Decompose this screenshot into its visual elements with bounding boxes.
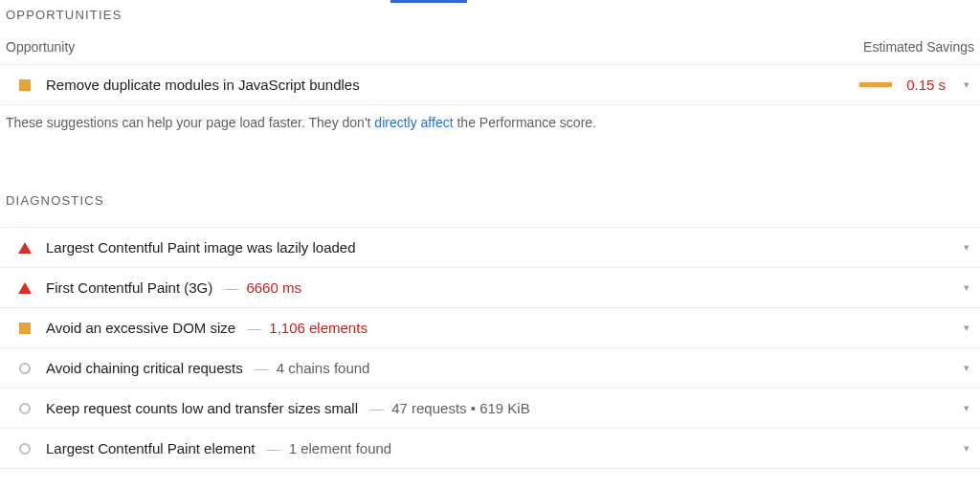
diagnostic-title: Avoid chaining critical requests: [46, 360, 243, 376]
diagnostic-title: Keep request counts low and transfer siz…: [46, 400, 358, 416]
opportunities-footnote: These suggestions can help your page loa…: [0, 105, 980, 130]
diagnostic-row[interactable]: Largest Contentful Paint element— 1 elem…: [0, 428, 980, 469]
diagnostic-title: Largest Contentful Paint element: [46, 440, 255, 456]
diagnostic-metric: — 1 element found: [260, 440, 391, 456]
diagnostic-row[interactable]: First Contentful Paint (3G)— 6660 ms▾: [0, 267, 980, 307]
col-opportunity-label: Opportunity: [6, 39, 75, 55]
savings-bar-icon: [859, 82, 892, 87]
footnote-prefix: These suggestions can help your page loa…: [6, 115, 374, 130]
opportunity-title: Remove duplicate modules in JavaScript b…: [46, 77, 360, 93]
circle-grey-icon: [15, 363, 34, 374]
triangle-red-icon: [15, 242, 34, 254]
diagnostic-row[interactable]: Avoid chaining critical requests— 4 chai…: [0, 347, 980, 388]
chevron-down-icon: ▾: [959, 78, 974, 91]
chevron-down-icon: ▾: [959, 281, 974, 294]
triangle-red-icon: [15, 282, 34, 294]
chevron-down-icon: ▾: [959, 402, 974, 414]
diagnostic-metric: — 1,106 elements: [241, 320, 368, 336]
opportunity-savings: 0.15 s: [903, 77, 946, 93]
diagnostic-title: Largest Contentful Paint image was lazil…: [46, 239, 356, 256]
chevron-down-icon: ▾: [959, 442, 974, 455]
diagnostic-row[interactable]: Largest Contentful Paint image was lazil…: [0, 227, 980, 267]
square-orange-icon: [15, 322, 34, 334]
diagnostic-title: Avoid an excessive DOM size: [46, 320, 235, 336]
diagnostic-title: First Contentful Paint (3G): [46, 279, 212, 296]
diagnostic-metric: — 4 chains found: [249, 360, 370, 376]
circle-grey-icon: [15, 443, 34, 455]
col-savings-label: Estimated Savings: [863, 39, 974, 55]
circle-grey-icon: [15, 403, 34, 414]
chevron-down-icon: ▾: [959, 362, 974, 374]
diagnostic-metric: — 6660 ms: [218, 279, 301, 296]
opportunities-heading: OPPORTUNITIES: [0, 0, 980, 28]
footnote-link[interactable]: directly affect: [374, 115, 453, 130]
diagnostic-metric: — 47 requests • 619 KiB: [364, 400, 530, 416]
square-orange-icon: [15, 79, 34, 91]
diagnostics-heading: DIAGNOSTICS: [0, 186, 980, 213]
footnote-suffix: the Performance score.: [454, 115, 596, 130]
diagnostic-row[interactable]: Avoid an excessive DOM size— 1,106 eleme…: [0, 307, 980, 347]
tab-indicator: [390, 0, 467, 3]
opportunities-table-header: Opportunity Estimated Savings: [0, 28, 980, 64]
chevron-down-icon: ▾: [959, 322, 974, 334]
diagnostic-row[interactable]: Keep request counts low and transfer siz…: [0, 388, 980, 428]
opportunity-row[interactable]: Remove duplicate modules in JavaScript b…: [0, 64, 980, 104]
chevron-down-icon: ▾: [959, 241, 974, 254]
